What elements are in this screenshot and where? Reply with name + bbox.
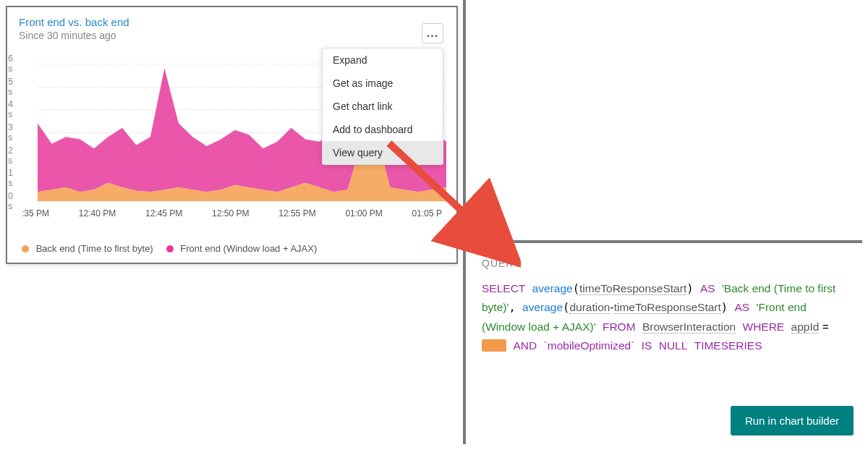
legend-item-frontend[interactable]: Front end (Window load + AJAX) [166, 243, 318, 254]
token-from: FROM [603, 320, 636, 333]
y-tick: 1 s [8, 168, 13, 188]
token-null: NULL [659, 339, 688, 352]
legend-label: Front end (Window load + AJAX) [180, 243, 317, 254]
x-tick: 12:45 PM [145, 208, 182, 218]
token-as: AS [700, 282, 715, 294]
chart-title[interactable]: Front end vs. back end [19, 16, 445, 28]
more-menu-button[interactable]: ... [422, 23, 443, 43]
token-func: average [532, 282, 573, 294]
chart-subtitle: Since 30 minutes ago [19, 30, 445, 41]
run-in-chart-builder-button[interactable]: Run in chart builder [731, 406, 854, 436]
y-tick: 3 s [8, 122, 13, 143]
chart-legend: Back end (Time to first byte) Front end … [22, 243, 317, 254]
x-tick: 12:40 PM [79, 208, 116, 218]
token-appid: appId [791, 320, 820, 334]
token-select: SELECT [482, 282, 525, 294]
token-minus: - [610, 301, 613, 313]
token-mobileopt: `mobileOptimized` [544, 339, 635, 352]
token-table: BrowserInteraction [642, 320, 736, 334]
x-tick: 01:05 P [412, 208, 442, 218]
menu-expand[interactable]: Expand [323, 48, 443, 72]
token-func: average [522, 301, 563, 313]
chart-panel: Front end vs. back end Since 30 minutes … [6, 6, 458, 264]
redacted-value: ······· [482, 339, 506, 352]
token-eq: = [819, 320, 828, 333]
query-panel: QUERY SELECT average(timeToResponseStart… [463, 240, 862, 444]
legend-item-backend[interactable]: Back end (Time to first byte) [22, 243, 153, 254]
token-timeseries: TIMESERIES [694, 339, 762, 352]
y-tick: 2 s [8, 145, 13, 166]
y-tick: 5 s [8, 77, 13, 97]
grid-line [38, 201, 445, 202]
x-tick: :35 PM [22, 208, 49, 218]
token-field: timeToResponseStart [614, 301, 721, 314]
token-where: WHERE [743, 320, 785, 333]
x-axis-ticks: :35 PM 12:40 PM 12:45 PM 12:50 PM 12:55 … [19, 208, 445, 218]
token-field: timeToResponseStart [579, 282, 686, 295]
token-as: AS [735, 301, 750, 313]
menu-get-as-image[interactable]: Get as image [323, 72, 443, 95]
ellipsis-icon: ... [427, 27, 438, 40]
x-tick: 12:50 PM [212, 208, 249, 218]
menu-add-to-dashboard[interactable]: Add to dashboard [323, 118, 443, 141]
x-tick: 01:00 PM [345, 208, 382, 218]
legend-dot-icon [166, 245, 174, 252]
y-tick: 0 s [8, 191, 13, 211]
y-tick: 4 s [8, 99, 13, 119]
query-code: SELECT average(timeToResponseStart) AS '… [482, 279, 846, 355]
divider-vertical [463, 0, 466, 242]
query-label: QUERY [482, 258, 846, 269]
menu-get-chart-link[interactable]: Get chart link [323, 95, 443, 118]
legend-dot-icon [22, 245, 29, 252]
token-field: duration [569, 301, 610, 314]
token-and: AND [514, 339, 537, 352]
token-is: IS [642, 339, 652, 352]
chart-actions-dropdown: Expand Get as image Get chart link Add t… [322, 48, 443, 165]
legend-label: Back end (Time to first byte) [36, 243, 153, 254]
y-tick: 6 s [8, 54, 13, 74]
menu-view-query[interactable]: View query [323, 141, 443, 164]
x-tick: 12:55 PM [278, 208, 315, 218]
